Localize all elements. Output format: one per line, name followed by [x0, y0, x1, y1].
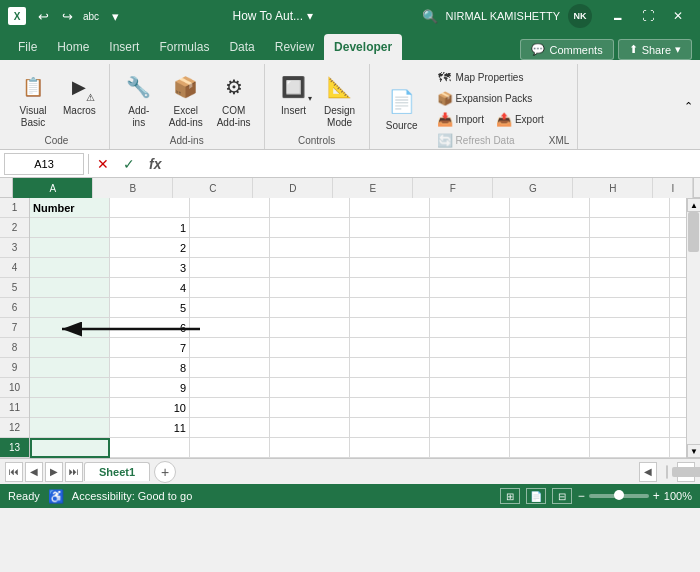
cell-G5[interactable]	[510, 278, 590, 298]
cell-C10[interactable]	[190, 378, 270, 398]
row-header-6[interactable]: 6	[0, 298, 29, 318]
formula-input[interactable]	[169, 158, 696, 170]
cell-C2[interactable]	[190, 218, 270, 238]
cell-E12[interactable]	[350, 418, 430, 438]
expansion-packs-button[interactable]: 📦 Expansion Packs	[432, 89, 549, 108]
cell-H1[interactable]	[590, 198, 670, 218]
cell-C7[interactable]	[190, 318, 270, 338]
cell-A12[interactable]	[30, 418, 110, 438]
tab-formulas[interactable]: Formulas	[149, 34, 219, 60]
cell-E7[interactable]	[350, 318, 430, 338]
cell-D3[interactable]	[270, 238, 350, 258]
cell-F2[interactable]	[430, 218, 510, 238]
normal-view-button[interactable]: ⊞	[500, 488, 520, 504]
cell-G1[interactable]	[510, 198, 590, 218]
cell-A7[interactable]	[30, 318, 110, 338]
cell-H9[interactable]	[590, 358, 670, 378]
cell-H4[interactable]	[590, 258, 670, 278]
add-ins-button[interactable]: 🔧 Add-ins	[118, 68, 160, 132]
cell-I11[interactable]	[670, 398, 686, 418]
col-header-F[interactable]: F	[413, 178, 493, 198]
cell-D11[interactable]	[270, 398, 350, 418]
cell-E13[interactable]	[350, 438, 430, 458]
cell-C4[interactable]	[190, 258, 270, 278]
cell-G12[interactable]	[510, 418, 590, 438]
cell-H8[interactable]	[590, 338, 670, 358]
cell-A3[interactable]	[30, 238, 110, 258]
row-header-8[interactable]: 8	[0, 338, 29, 358]
cell-C1[interactable]	[190, 198, 270, 218]
cell-E10[interactable]	[350, 378, 430, 398]
cell-A10[interactable]	[30, 378, 110, 398]
sheet-tab-sheet1[interactable]: Sheet1	[84, 462, 150, 481]
cell-B7[interactable]: 6	[110, 318, 190, 338]
col-header-D[interactable]: D	[253, 178, 333, 198]
map-properties-button[interactable]: 🗺 Map Properties	[432, 68, 549, 87]
row-header-9[interactable]: 9	[0, 358, 29, 378]
cell-E2[interactable]	[350, 218, 430, 238]
add-sheet-button[interactable]: +	[154, 461, 176, 483]
cell-B11[interactable]: 10	[110, 398, 190, 418]
col-header-B[interactable]: B	[93, 178, 173, 198]
tab-insert[interactable]: Insert	[99, 34, 149, 60]
h-scroll-thumb[interactable]	[672, 467, 700, 477]
user-avatar[interactable]: NK	[568, 4, 592, 28]
cell-G8[interactable]	[510, 338, 590, 358]
cell-D5[interactable]	[270, 278, 350, 298]
row-header-3[interactable]: 3	[0, 238, 29, 258]
export-button[interactable]: 📤 Export	[491, 110, 549, 129]
excel-add-ins-button[interactable]: 📦 ExcelAdd-ins	[164, 68, 208, 132]
cell-A2[interactable]	[30, 218, 110, 238]
cell-A11[interactable]	[30, 398, 110, 418]
tab-developer[interactable]: Developer	[324, 34, 402, 60]
cell-F1[interactable]	[430, 198, 510, 218]
cell-E3[interactable]	[350, 238, 430, 258]
maximize-button[interactable]: ⛶	[634, 4, 662, 28]
cell-I5[interactable]	[670, 278, 686, 298]
cell-C8[interactable]	[190, 338, 270, 358]
col-header-A[interactable]: A	[13, 178, 93, 198]
customize-button[interactable]: ▾	[104, 5, 126, 27]
cell-B13[interactable]	[110, 438, 190, 458]
undo-button[interactable]: ↩	[32, 5, 54, 27]
cell-H10[interactable]	[590, 378, 670, 398]
cell-F8[interactable]	[430, 338, 510, 358]
cell-B10[interactable]: 9	[110, 378, 190, 398]
scroll-up-button[interactable]: ▲	[687, 198, 700, 212]
cell-H3[interactable]	[590, 238, 670, 258]
cell-C6[interactable]	[190, 298, 270, 318]
function-icon[interactable]: fx	[145, 154, 165, 174]
cell-F7[interactable]	[430, 318, 510, 338]
cell-G11[interactable]	[510, 398, 590, 418]
h-scroll-left[interactable]: ◀	[639, 462, 657, 482]
row-header-12[interactable]: 12	[0, 418, 29, 438]
cell-H5[interactable]	[590, 278, 670, 298]
cell-B6[interactable]: 5	[110, 298, 190, 318]
visual-basic-button[interactable]: 📋 VisualBasic	[12, 68, 54, 132]
zoom-slider[interactable]	[589, 494, 649, 498]
abc-button[interactable]: abc	[80, 5, 102, 27]
com-add-ins-button[interactable]: ⚙ COMAdd-ins	[212, 68, 256, 132]
ribbon-collapse-button[interactable]: ⌃	[680, 64, 696, 149]
name-box[interactable]	[4, 153, 84, 175]
sheet-nav-prev[interactable]: ◀	[25, 462, 43, 482]
cell-F10[interactable]	[430, 378, 510, 398]
cell-D12[interactable]	[270, 418, 350, 438]
cell-D9[interactable]	[270, 358, 350, 378]
col-header-G[interactable]: G	[493, 178, 573, 198]
design-mode-button[interactable]: 📐 DesignMode	[319, 68, 361, 132]
page-break-button[interactable]: ⊟	[552, 488, 572, 504]
row-header-1[interactable]: 1	[0, 198, 29, 218]
row-header-11[interactable]: 11	[0, 398, 29, 418]
row-header-2[interactable]: 2	[0, 218, 29, 238]
cell-G13[interactable]	[510, 438, 590, 458]
zoom-out-button[interactable]: −	[578, 489, 585, 503]
cell-C11[interactable]	[190, 398, 270, 418]
cell-E8[interactable]	[350, 338, 430, 358]
cell-I6[interactable]	[670, 298, 686, 318]
cell-D13[interactable]	[270, 438, 350, 458]
cell-H7[interactable]	[590, 318, 670, 338]
cell-F4[interactable]	[430, 258, 510, 278]
cell-E9[interactable]	[350, 358, 430, 378]
cancel-icon[interactable]: ✕	[93, 154, 113, 174]
